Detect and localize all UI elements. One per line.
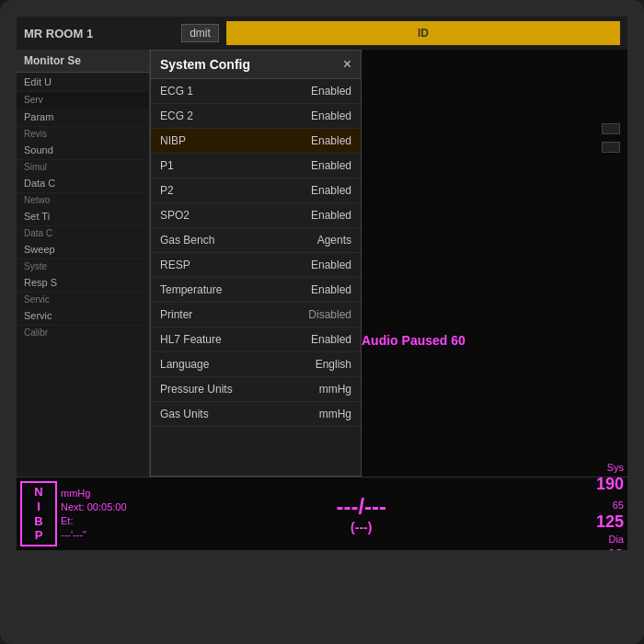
- config-value-pressure-units: mmHg: [319, 383, 351, 396]
- config-label-language: Language: [160, 358, 209, 371]
- sidebar-header: Monitor Se: [17, 50, 149, 73]
- sidebar-item-sound[interactable]: Sound: [17, 141, 149, 160]
- nibp-paren-value: (---): [336, 520, 386, 535]
- sidebar-sub-4: Data C: [17, 226, 149, 240]
- sidebar-sub-2: Simul: [17, 160, 149, 174]
- sidebar-item-edit[interactable]: Edit U: [17, 73, 149, 92]
- nibp-n: N: [34, 485, 42, 500]
- screen: MR ROOM 1 dmit ID Monitor Se Edit U Serv…: [17, 17, 627, 550]
- config-label-spo2: SPO2: [160, 209, 190, 222]
- nibp-sys-label: Sys: [607, 462, 624, 473]
- top-bar: MR ROOM 1 dmit ID: [17, 17, 627, 50]
- nibp-sys-dia-col: Sys 190 65 125 Dia 40: [596, 481, 624, 546]
- sidebar-sub-3: Netwo: [17, 193, 149, 207]
- sidebar-item-param[interactable]: Param: [17, 108, 149, 127]
- sidebar-sub-1: Revis: [17, 127, 149, 141]
- nibp-et-row: Et:: [61, 515, 127, 526]
- right-indicators: [602, 123, 620, 153]
- sidebar-item-service[interactable]: Servic: [17, 306, 149, 326]
- nibp-next-label: Next: 00:05:00: [61, 501, 127, 512]
- config-row-nibp[interactable]: NIBP Enabled: [151, 129, 361, 154]
- config-label-temperature: Temperature: [160, 283, 222, 296]
- nibp-bar: N I B P mmHg Next: 00:05:00 Et: ---'---": [17, 477, 627, 550]
- config-row-temperature[interactable]: Temperature Enabled: [151, 278, 361, 303]
- nibp-i: I: [37, 500, 40, 514]
- config-row-ecg2[interactable]: ECG 2 Enabled: [151, 104, 361, 129]
- sidebar-sub-header: Serv: [17, 92, 149, 108]
- sidebar-item-settime[interactable]: Set Ti: [17, 207, 149, 226]
- nibp-main-value: ---/---: [336, 494, 386, 520]
- sidebar-item-data[interactable]: Data C: [17, 174, 149, 193]
- config-label-pressure-units: Pressure Units: [160, 383, 233, 396]
- config-row-p1[interactable]: P1 Enabled: [151, 154, 361, 178]
- nibp-unit: mmHg: [61, 488, 127, 499]
- config-value-resp: Enabled: [311, 259, 351, 271]
- dialog-header: System Config ×: [151, 51, 361, 79]
- close-button[interactable]: ×: [343, 57, 351, 72]
- config-label-nibp: NIBP: [160, 134, 186, 147]
- sidebar-item-sweep[interactable]: Sweep: [17, 240, 149, 259]
- config-label-printer: Printer: [160, 308, 192, 321]
- sidebar-sub-6: Servic: [17, 293, 149, 306]
- nibp-mid-value: 65: [613, 500, 624, 511]
- config-label-p2: P2: [160, 184, 174, 197]
- config-value-hl7: Enabled: [311, 333, 351, 346]
- config-value-temperature: Enabled: [311, 283, 351, 296]
- sidebar-item-resp[interactable]: Resp S: [17, 273, 149, 293]
- sidebar-sub-5: Syste: [17, 259, 149, 273]
- config-row-gas-units[interactable]: Gas Units mmHg: [151, 402, 361, 427]
- config-row-gas-bench[interactable]: Gas Bench Agents: [151, 228, 361, 253]
- sidebar-sub-7: Calibr: [17, 326, 149, 339]
- nibp-b: B: [34, 514, 42, 529]
- sidebar: Monitor Se Edit U Serv Param Revis Sound…: [17, 50, 150, 477]
- indicator-2: [602, 142, 620, 153]
- config-value-gas-units: mmHg: [319, 408, 351, 420]
- dialog-title: System Config: [160, 57, 250, 72]
- id-bar: ID: [226, 21, 620, 45]
- monitor-bezel: PHILIPS MR ROOM 1 dmit ID Monitor Se Edi…: [0, 0, 644, 644]
- room-label: MR ROOM 1: [24, 27, 93, 40]
- nibp-info-col: mmHg Next: 00:05:00 Et: ---'---": [61, 481, 127, 546]
- config-label-ecg2: ECG 2: [160, 109, 193, 122]
- config-row-p2[interactable]: P2 Enabled: [151, 178, 361, 203]
- config-value-nibp: Enabled: [311, 134, 351, 147]
- config-value-spo2: Enabled: [311, 209, 351, 222]
- nibp-et-value: ---'---": [61, 529, 127, 540]
- nibp-dia-value: 40: [605, 546, 624, 550]
- config-value-gas-bench: Agents: [317, 234, 351, 247]
- config-value-ecg1: Enabled: [311, 85, 351, 98]
- config-label-resp: RESP: [160, 259, 190, 271]
- config-row-spo2[interactable]: SPO2 Enabled: [151, 203, 361, 228]
- config-value-printer: Disabled: [308, 308, 351, 321]
- nibp-p: P: [35, 528, 43, 543]
- admit-button[interactable]: dmit: [181, 24, 219, 42]
- indicator-1: [602, 123, 620, 134]
- nibp-mid-num: 125: [596, 512, 624, 532]
- config-value-ecg2: Enabled: [311, 109, 351, 122]
- audio-paused-label: Audio Paused 60: [362, 333, 466, 348]
- config-label-gas-units: Gas Units: [160, 408, 209, 420]
- main-content: Audio Paused 60: [362, 50, 627, 477]
- config-value-p2: Enabled: [311, 184, 351, 197]
- nibp-value-display: ---/--- (---): [131, 481, 592, 546]
- config-value-p1: Enabled: [311, 159, 351, 172]
- config-row-printer[interactable]: Printer Disabled: [151, 303, 361, 328]
- config-row-language[interactable]: Language English: [151, 352, 361, 377]
- system-config-dialog: System Config × ECG 1 Enabled ECG 2 Enab…: [150, 50, 362, 477]
- config-row-pressure-units[interactable]: Pressure Units mmHg: [151, 377, 361, 402]
- nibp-dia-label: Dia: [608, 534, 624, 545]
- nibp-sys-value: 190: [596, 475, 624, 494]
- id-label: ID: [418, 27, 429, 40]
- config-label-gas-bench: Gas Bench: [160, 234, 214, 247]
- config-label-p1: P1: [160, 159, 174, 172]
- config-label-ecg1: ECG 1: [160, 85, 193, 98]
- config-value-language: English: [316, 358, 351, 371]
- config-row-resp[interactable]: RESP Enabled: [151, 253, 361, 278]
- config-label-hl7: HL7 Feature: [160, 333, 222, 346]
- config-row-ecg1[interactable]: ECG 1 Enabled: [151, 79, 361, 104]
- config-row-hl7[interactable]: HL7 Feature Enabled: [151, 328, 361, 352]
- nibp-label-box: N I B P: [20, 481, 57, 546]
